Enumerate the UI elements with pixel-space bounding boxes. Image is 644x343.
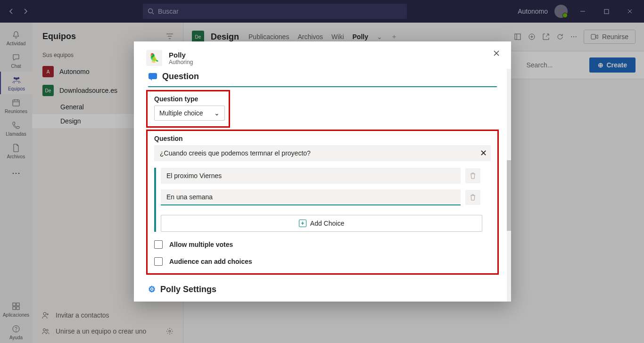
question-section-icon xyxy=(148,73,157,81)
scrollbar-thumb[interactable] xyxy=(507,160,511,231)
question-input[interactable]: ¿Cuando creeis que podemos termnar el pr… xyxy=(154,145,491,161)
polly-app-icon: 🦜 xyxy=(146,50,162,66)
polly-settings-title: Polly Settings xyxy=(160,285,216,294)
option-input-2[interactable]: En una semana xyxy=(161,189,461,205)
highlight-question-body: Question ¿Cuando creeis que podemos term… xyxy=(146,130,499,275)
delete-option-button[interactable] xyxy=(465,190,480,205)
modal-app-subtitle: Authoring xyxy=(169,59,193,65)
question-type-select[interactable]: Multiple choice ⌄ xyxy=(154,106,225,121)
question-label: Question xyxy=(154,135,491,142)
modal-app-name: Polly xyxy=(169,51,193,59)
allow-multiple-votes-label: Allow multiple votes xyxy=(169,241,233,248)
allow-multiple-votes-checkbox[interactable] xyxy=(154,240,163,249)
options-accent-bar xyxy=(154,168,156,232)
polly-authoring-modal: 🦜 Polly Authoring Question Question type… xyxy=(134,41,511,302)
question-section-title: Question xyxy=(162,72,199,82)
svg-rect-22 xyxy=(149,73,157,79)
highlight-question-type: Question type Multiple choice ⌄ xyxy=(146,90,230,128)
add-choice-button[interactable]: + Add Choice xyxy=(161,215,482,232)
modal-close-button[interactable] xyxy=(493,50,500,57)
audience-add-choices-label: Audience can add choices xyxy=(169,258,252,265)
settings-icon: ⚙ xyxy=(148,284,156,294)
audience-add-choices-checkbox[interactable] xyxy=(154,257,163,266)
delete-option-button[interactable] xyxy=(465,168,480,183)
plus-icon: + xyxy=(299,220,306,227)
clear-icon[interactable]: ✕ xyxy=(480,148,487,158)
section-divider xyxy=(148,86,497,87)
option-input-1[interactable]: El proximo Viernes xyxy=(161,168,461,184)
question-type-label: Question type xyxy=(154,95,222,103)
chevron-down-icon: ⌄ xyxy=(214,109,220,117)
